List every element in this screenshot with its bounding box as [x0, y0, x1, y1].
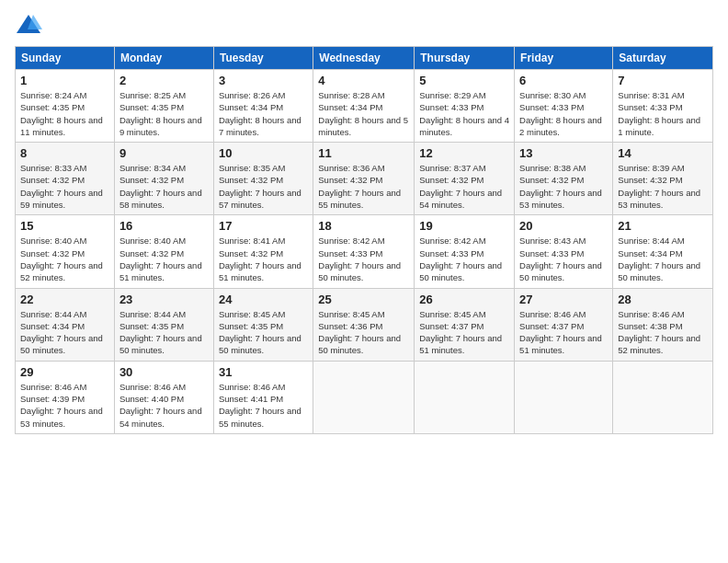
day-number: 3 — [219, 74, 308, 87]
table-row: 24Sunrise: 8:45 AMSunset: 4:35 PMDayligh… — [213, 288, 313, 361]
table-row: 7Sunrise: 8:31 AMSunset: 4:33 PMDaylight… — [613, 70, 713, 143]
table-row: 30Sunrise: 8:46 AMSunset: 4:40 PMDayligh… — [114, 361, 213, 433]
day-info: Sunrise: 8:46 AMSunset: 4:39 PMDaylight:… — [20, 381, 109, 430]
day-info: Sunrise: 8:31 AMSunset: 4:33 PMDaylight:… — [618, 89, 708, 138]
table-row: 17Sunrise: 8:41 AMSunset: 4:32 PMDayligh… — [213, 215, 313, 288]
calendar-table: Sunday Monday Tuesday Wednesday Thursday… — [15, 46, 713, 434]
day-number: 25 — [318, 293, 409, 306]
day-number: 4 — [318, 74, 409, 87]
day-number: 2 — [119, 74, 209, 87]
day-number: 17 — [219, 219, 308, 233]
day-info: Sunrise: 8:44 AMSunset: 4:34 PMDaylight:… — [618, 235, 708, 283]
day-info: Sunrise: 8:37 AMSunset: 4:32 PMDaylight:… — [419, 162, 509, 211]
table-row: 15Sunrise: 8:40 AMSunset: 4:32 PMDayligh… — [16, 215, 115, 288]
table-row: 4Sunrise: 8:28 AMSunset: 4:34 PMDaylight… — [313, 70, 415, 143]
day-number: 12 — [419, 146, 509, 160]
col-tuesday: Tuesday — [213, 47, 313, 70]
col-wednesday: Wednesday — [313, 47, 415, 70]
day-info: Sunrise: 8:46 AMSunset: 4:38 PMDaylight:… — [618, 308, 708, 357]
day-number: 28 — [618, 293, 708, 306]
day-info: Sunrise: 8:34 AMSunset: 4:32 PMDaylight:… — [119, 162, 209, 211]
table-row: 6Sunrise: 8:30 AMSunset: 4:33 PMDaylight… — [515, 70, 613, 143]
table-row: 19Sunrise: 8:42 AMSunset: 4:33 PMDayligh… — [415, 215, 515, 288]
calendar-week-row: 15Sunrise: 8:40 AMSunset: 4:32 PMDayligh… — [16, 215, 713, 288]
day-number: 29 — [20, 365, 109, 379]
day-number: 9 — [119, 146, 209, 160]
day-info: Sunrise: 8:33 AMSunset: 4:32 PMDaylight:… — [20, 162, 109, 211]
table-row: 11Sunrise: 8:36 AMSunset: 4:32 PMDayligh… — [313, 143, 415, 215]
day-number: 22 — [20, 293, 109, 306]
day-number: 30 — [119, 365, 209, 379]
table-row — [415, 361, 515, 433]
day-info: Sunrise: 8:44 AMSunset: 4:34 PMDaylight:… — [20, 308, 109, 357]
table-row: 29Sunrise: 8:46 AMSunset: 4:39 PMDayligh… — [16, 361, 115, 433]
table-row: 26Sunrise: 8:45 AMSunset: 4:37 PMDayligh… — [415, 288, 515, 361]
col-thursday: Thursday — [415, 47, 515, 70]
col-monday: Monday — [114, 47, 213, 70]
day-number: 10 — [219, 146, 308, 160]
day-info: Sunrise: 8:25 AMSunset: 4:35 PMDaylight:… — [119, 89, 209, 138]
day-info: Sunrise: 8:43 AMSunset: 4:33 PMDaylight:… — [519, 235, 608, 283]
table-row: 14Sunrise: 8:39 AMSunset: 4:32 PMDayligh… — [613, 143, 713, 215]
day-info: Sunrise: 8:45 AMSunset: 4:35 PMDaylight:… — [219, 308, 308, 357]
col-saturday: Saturday — [613, 47, 713, 70]
day-number: 21 — [618, 219, 708, 233]
day-info: Sunrise: 8:46 AMSunset: 4:37 PMDaylight:… — [519, 308, 608, 357]
day-info: Sunrise: 8:38 AMSunset: 4:32 PMDaylight:… — [519, 162, 608, 211]
table-row — [613, 361, 713, 433]
day-info: Sunrise: 8:39 AMSunset: 4:32 PMDaylight:… — [618, 162, 708, 211]
day-number: 20 — [519, 219, 608, 233]
table-row: 18Sunrise: 8:42 AMSunset: 4:33 PMDayligh… — [313, 215, 415, 288]
table-row: 20Sunrise: 8:43 AMSunset: 4:33 PMDayligh… — [515, 215, 613, 288]
logo — [15, 11, 48, 39]
day-info: Sunrise: 8:28 AMSunset: 4:34 PMDaylight:… — [318, 89, 409, 138]
table-row: 10Sunrise: 8:35 AMSunset: 4:32 PMDayligh… — [213, 143, 313, 215]
day-info: Sunrise: 8:46 AMSunset: 4:40 PMDaylight:… — [119, 381, 209, 430]
day-info: Sunrise: 8:42 AMSunset: 4:33 PMDaylight:… — [419, 235, 509, 283]
table-row: 9Sunrise: 8:34 AMSunset: 4:32 PMDaylight… — [114, 143, 213, 215]
day-info: Sunrise: 8:45 AMSunset: 4:37 PMDaylight:… — [419, 308, 509, 357]
day-number: 11 — [318, 146, 409, 160]
table-row: 2Sunrise: 8:25 AMSunset: 4:35 PMDaylight… — [114, 70, 213, 143]
day-number: 31 — [219, 365, 308, 379]
day-number: 13 — [519, 146, 608, 160]
day-info: Sunrise: 8:40 AMSunset: 4:32 PMDaylight:… — [119, 235, 209, 283]
table-row: 25Sunrise: 8:45 AMSunset: 4:36 PMDayligh… — [313, 288, 415, 361]
table-row: 13Sunrise: 8:38 AMSunset: 4:32 PMDayligh… — [515, 143, 613, 215]
day-number: 15 — [20, 219, 109, 233]
day-number: 18 — [318, 219, 409, 233]
day-info: Sunrise: 8:41 AMSunset: 4:32 PMDaylight:… — [219, 235, 308, 283]
table-row: 3Sunrise: 8:26 AMSunset: 4:34 PMDaylight… — [213, 70, 313, 143]
day-info: Sunrise: 8:42 AMSunset: 4:33 PMDaylight:… — [318, 235, 409, 283]
table-row: 28Sunrise: 8:46 AMSunset: 4:38 PMDayligh… — [613, 288, 713, 361]
calendar-week-row: 8Sunrise: 8:33 AMSunset: 4:32 PMDaylight… — [16, 143, 713, 215]
calendar-week-row: 1Sunrise: 8:24 AMSunset: 4:35 PMDaylight… — [16, 70, 713, 143]
day-number: 8 — [20, 146, 109, 160]
day-number: 19 — [419, 219, 509, 233]
table-row: 5Sunrise: 8:29 AMSunset: 4:33 PMDaylight… — [415, 70, 515, 143]
table-row: 27Sunrise: 8:46 AMSunset: 4:37 PMDayligh… — [515, 288, 613, 361]
day-number: 7 — [618, 74, 708, 87]
table-row: 12Sunrise: 8:37 AMSunset: 4:32 PMDayligh… — [415, 143, 515, 215]
day-number: 14 — [618, 146, 708, 160]
day-info: Sunrise: 8:30 AMSunset: 4:33 PMDaylight:… — [519, 89, 608, 138]
page: Sunday Monday Tuesday Wednesday Thursday… — [0, 0, 728, 563]
day-number: 5 — [419, 74, 509, 87]
day-number: 16 — [119, 219, 209, 233]
day-info: Sunrise: 8:26 AMSunset: 4:34 PMDaylight:… — [219, 89, 308, 138]
table-row: 21Sunrise: 8:44 AMSunset: 4:34 PMDayligh… — [613, 215, 713, 288]
day-info: Sunrise: 8:45 AMSunset: 4:36 PMDaylight:… — [318, 308, 409, 357]
day-info: Sunrise: 8:40 AMSunset: 4:32 PMDaylight:… — [20, 235, 109, 283]
col-friday: Friday — [515, 47, 613, 70]
day-number: 23 — [119, 293, 209, 306]
col-sunday: Sunday — [16, 47, 115, 70]
table-row — [313, 361, 415, 433]
day-number: 27 — [519, 293, 608, 306]
day-info: Sunrise: 8:35 AMSunset: 4:32 PMDaylight:… — [219, 162, 308, 211]
calendar-week-row: 22Sunrise: 8:44 AMSunset: 4:34 PMDayligh… — [16, 288, 713, 361]
day-number: 1 — [20, 74, 109, 87]
day-number: 6 — [519, 74, 608, 87]
day-info: Sunrise: 8:24 AMSunset: 4:35 PMDaylight:… — [20, 89, 109, 138]
table-row: 22Sunrise: 8:44 AMSunset: 4:34 PMDayligh… — [16, 288, 115, 361]
header — [15, 11, 713, 39]
